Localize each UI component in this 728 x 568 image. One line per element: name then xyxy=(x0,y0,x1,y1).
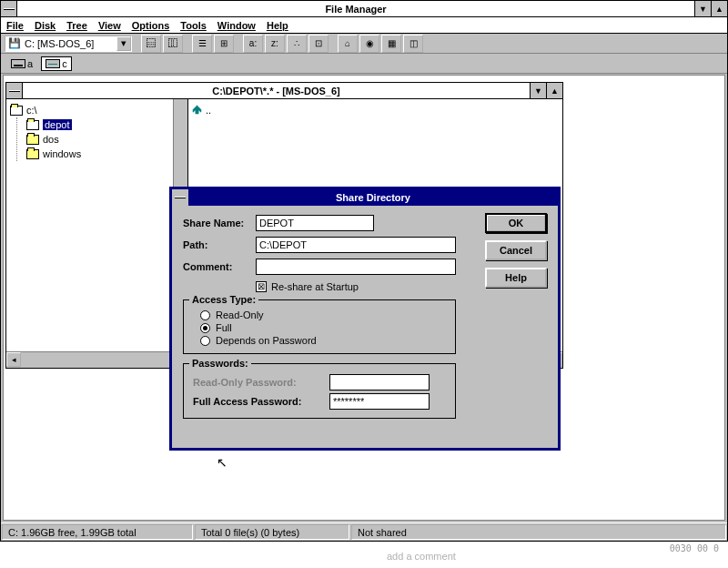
toolbar-btn-12[interactable]: ◫ xyxy=(403,35,423,53)
toolbar-btn-3[interactable]: ☰ xyxy=(192,35,212,53)
toolbar-btn-7[interactable]: ∴ xyxy=(287,35,307,53)
menu-file[interactable]: File xyxy=(6,20,24,31)
status-bar: C: 1.96GB free, 1.99GB total Total 0 fil… xyxy=(1,522,727,541)
menu-help[interactable]: Help xyxy=(267,20,288,31)
up-arrow-icon: 🡹 xyxy=(192,105,202,116)
minimize-button[interactable]: ▼ xyxy=(694,1,711,16)
checkbox-icon: ⊠ xyxy=(256,281,267,292)
reshare-checkbox[interactable]: ⊠ Re-share at Startup xyxy=(256,281,359,292)
toolbar-btn-11[interactable]: ▦ xyxy=(381,35,401,53)
tree-item-dos[interactable]: dos xyxy=(26,132,184,147)
tree-root[interactable]: c:\ xyxy=(10,103,184,117)
drive-dropdown-icon[interactable]: ▾ xyxy=(116,36,131,51)
file-up[interactable]: 🡹.. xyxy=(192,103,559,117)
toolbar-btn-2[interactable]: ⿲ xyxy=(163,35,183,53)
maximize-button[interactable]: ▲ xyxy=(711,1,727,16)
hex-numbers: 0030 00 0 xyxy=(670,543,719,553)
add-comment-text: add a comment xyxy=(387,551,456,562)
access-type-legend: Access Type: xyxy=(189,294,258,305)
toolbar-btn-9[interactable]: ⌂ xyxy=(338,35,358,53)
child-minimize-button[interactable]: ▼ xyxy=(530,83,546,98)
toolbar-btn-10[interactable]: ◉ xyxy=(359,35,379,53)
menu-bar: File Disk Tree View Options Tools Window… xyxy=(1,17,727,34)
child-title: C:\DEPOT\*.* - [MS-DOS_6] xyxy=(23,86,530,96)
page-background-strip: add a comment 0030 00 0 xyxy=(0,542,728,568)
drive-a[interactable]: a xyxy=(6,56,37,71)
radio-full[interactable]: Full xyxy=(200,322,446,333)
menu-view[interactable]: View xyxy=(98,20,121,31)
ok-button[interactable]: OK xyxy=(485,213,547,233)
window-title: File Manager xyxy=(17,4,694,15)
radio-depends[interactable]: Depends on Password xyxy=(200,335,446,346)
system-menu-icon[interactable] xyxy=(1,1,17,16)
readonly-password-input xyxy=(329,374,430,390)
child-titlebar: C:\DEPOT\*.* - [MS-DOS_6] ▼ ▲ xyxy=(6,83,562,99)
reshare-label: Re-share at Startup xyxy=(271,281,359,292)
passwords-legend: Passwords: xyxy=(189,358,251,369)
radio-readonly[interactable]: Read-Only xyxy=(200,309,446,320)
drive-bar: a c xyxy=(1,54,727,74)
toolbar-btn-6[interactable]: z: xyxy=(265,35,285,53)
share-name-input[interactable] xyxy=(256,215,374,231)
menu-window[interactable]: Window xyxy=(217,20,256,31)
comment-label: Comment: xyxy=(183,261,256,272)
toolbar-btn-4[interactable]: ⊞ xyxy=(214,35,234,53)
main-titlebar: File Manager ▼ ▲ xyxy=(1,1,727,17)
drive-c[interactable]: c xyxy=(41,56,72,71)
full-password-label: Full Access Password: xyxy=(193,396,329,407)
full-password-input[interactable] xyxy=(329,393,430,410)
menu-tools[interactable]: Tools xyxy=(180,20,207,31)
menu-options[interactable]: Options xyxy=(132,20,170,31)
dialog-system-menu-icon[interactable] xyxy=(172,189,188,206)
share-directory-dialog: Share Directory Share Name: Path: Commen… xyxy=(169,187,561,451)
path-label: Path: xyxy=(183,239,256,250)
tree-pane[interactable]: c:\ depot dos windows xyxy=(6,99,188,351)
child-maximize-button[interactable]: ▲ xyxy=(546,83,562,98)
help-button[interactable]: Help xyxy=(485,268,547,288)
dialog-title: Share Directory xyxy=(188,192,558,203)
toolbar-btn-5[interactable]: a: xyxy=(243,35,263,53)
dialog-titlebar: Share Directory xyxy=(172,189,558,206)
scroll-left-icon[interactable]: ◂ xyxy=(6,352,21,367)
share-name-label: Share Name: xyxy=(183,218,256,228)
status-share: Not shared xyxy=(351,524,726,540)
drive-selector-label: C: [MS-DOS_6] xyxy=(21,38,116,49)
toolbar-btn-8[interactable]: ⊡ xyxy=(308,35,329,53)
status-files: Total 0 file(s) (0 bytes) xyxy=(195,524,349,540)
tree-item-windows[interactable]: windows xyxy=(26,147,184,161)
cancel-button[interactable]: Cancel xyxy=(485,240,547,260)
tree-item-depot[interactable]: depot xyxy=(26,117,184,132)
drive-selector[interactable]: 💾 C: [MS-DOS_6] ▾ xyxy=(5,36,132,52)
status-disk: C: 1.96GB free, 1.99GB total xyxy=(2,524,193,540)
passwords-group: Passwords: Read-Only Password: Full Acce… xyxy=(183,363,456,419)
toolbar-btn-1[interactable]: ⿳ xyxy=(141,35,161,53)
menu-tree[interactable]: Tree xyxy=(66,20,87,31)
menu-disk[interactable]: Disk xyxy=(35,20,56,31)
path-input[interactable] xyxy=(256,237,456,253)
toolbar: 💾 C: [MS-DOS_6] ▾ ⿳ ⿲ ☰ ⊞ a: z: ∴ ⊡ ⌂ ◉ … xyxy=(1,34,727,54)
readonly-password-label: Read-Only Password: xyxy=(193,377,329,388)
access-type-group: Access Type: Read-Only Full Depends on P… xyxy=(183,299,456,354)
child-system-menu-icon[interactable] xyxy=(6,83,23,98)
comment-input[interactable] xyxy=(256,259,456,275)
